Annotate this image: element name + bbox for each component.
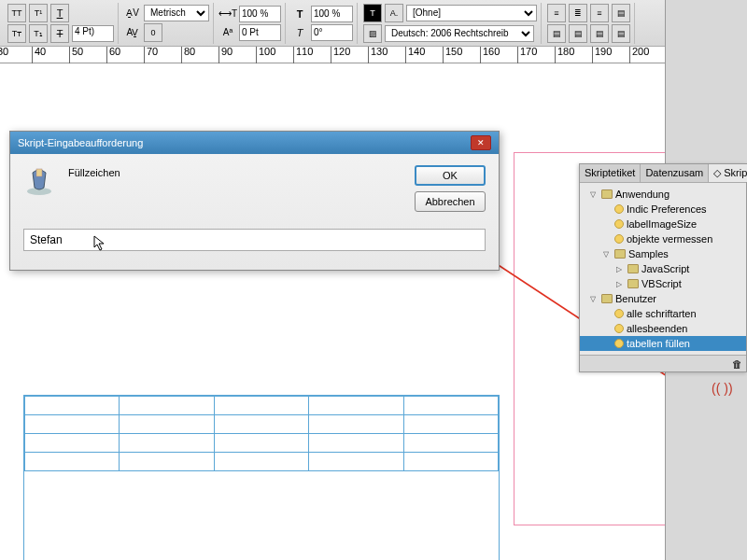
top-toolbar: TT T¹ T Tᴛ T₁ T 4 Pt) A̱V Metrisch AV̱ 0… bbox=[0, 0, 747, 47]
tab-datenzusam[interactable]: Datenzusam bbox=[641, 164, 709, 182]
ruler-tick: 60 bbox=[106, 47, 120, 63]
ruler-tick: 140 bbox=[405, 47, 425, 63]
chevron-icon[interactable]: ▽ bbox=[590, 190, 599, 199]
ruler-tick: 90 bbox=[218, 47, 233, 63]
align-center-icon[interactable]: ≣ bbox=[569, 4, 587, 22]
all-caps-icon[interactable]: TT bbox=[7, 4, 26, 22]
justify-center-icon[interactable]: ▤ bbox=[569, 24, 587, 43]
fill-swatch-icon[interactable]: T bbox=[363, 4, 382, 22]
align-right-icon[interactable]: ≡ bbox=[590, 4, 609, 22]
tree-script[interactable]: objekte vermessen bbox=[580, 231, 746, 246]
svg-rect-3 bbox=[36, 169, 42, 176]
attention-mark-icon: (( )) bbox=[712, 381, 733, 396]
ok-button[interactable]: OK bbox=[415, 165, 486, 186]
panel-footer: 🗑 bbox=[580, 355, 746, 371]
char-style-icon: A. bbox=[385, 4, 403, 22]
justify-right-icon[interactable]: ▤ bbox=[590, 24, 609, 43]
tree-folder[interactable]: ▷VBScript bbox=[580, 276, 746, 291]
chevron-icon[interactable]: ▽ bbox=[590, 295, 599, 303]
leading-field[interactable]: 4 Pt) bbox=[72, 25, 114, 42]
skew-icon: T bbox=[291, 24, 308, 41]
script-icon bbox=[614, 339, 624, 348]
ruler-tick: 190 bbox=[592, 47, 612, 63]
chevron-icon bbox=[603, 220, 612, 229]
baseline-field[interactable] bbox=[239, 24, 281, 41]
tree-folder[interactable]: ▽Benutzer bbox=[580, 291, 746, 306]
no-fill-icon[interactable]: ▨ bbox=[363, 24, 382, 43]
tree-folder[interactable]: ▷JavaScript bbox=[580, 261, 746, 276]
ruler-tick: 130 bbox=[368, 47, 388, 63]
tree-folder[interactable]: ▽Anwendung bbox=[580, 187, 746, 202]
cancel-button[interactable]: Abbrechen bbox=[415, 191, 486, 212]
tree-item-label: objekte vermessen bbox=[627, 233, 712, 245]
chevron-icon bbox=[603, 205, 612, 214]
ruler-tick: 200 bbox=[629, 47, 649, 63]
chevron-icon bbox=[603, 340, 612, 348]
superscript-icon[interactable]: T¹ bbox=[29, 4, 48, 22]
tree-item-label: Anwendung bbox=[615, 189, 669, 200]
tab-skriptetikett[interactable]: Skriptetiket bbox=[580, 164, 641, 182]
folder-icon bbox=[627, 279, 639, 288]
close-icon[interactable]: ✕ bbox=[471, 135, 491, 150]
tab-skripte[interactable]: ◇ Skripte bbox=[709, 164, 747, 182]
vertical-scale-icon: T bbox=[291, 6, 308, 22]
justify-left-icon[interactable]: ▤ bbox=[547, 24, 566, 43]
horizontal-ruler: 3040506070809010011012013014015016017018… bbox=[0, 47, 747, 63]
empty-table[interactable] bbox=[24, 396, 499, 471]
vscale-field[interactable] bbox=[311, 6, 353, 22]
ruler-tick: 80 bbox=[181, 47, 195, 63]
tree-script[interactable]: alle schriftarten bbox=[580, 306, 746, 321]
tracking-icon: AV̱ bbox=[124, 24, 141, 41]
tree-item-label: Indic Preferences bbox=[627, 203, 707, 215]
ruler-tick: 150 bbox=[443, 47, 462, 63]
stepper-icon[interactable]: 0 bbox=[144, 23, 162, 42]
script-icon bbox=[614, 219, 624, 229]
scripts-panel: Skriptetiket Datenzusam ◇ Skripte ▽Anwen… bbox=[579, 163, 747, 372]
tree-folder[interactable]: ▽Samples bbox=[580, 246, 746, 261]
tree-item-label: tabellen füllen bbox=[627, 338, 690, 349]
chevron-icon[interactable]: ▷ bbox=[616, 280, 625, 288]
tree-script[interactable]: labelImageSize bbox=[580, 217, 746, 231]
hscale-field[interactable] bbox=[239, 6, 281, 22]
chevron-icon bbox=[603, 235, 612, 244]
kerning-icon: A̱V bbox=[124, 5, 141, 21]
prompt-input[interactable] bbox=[23, 229, 486, 251]
tree-item-label: alle schriftarten bbox=[627, 308, 697, 319]
chevron-icon[interactable]: ▷ bbox=[616, 265, 625, 273]
script-prompt-dialog: Skript-Eingabeaufforderung ✕ Füllzeichen… bbox=[9, 131, 500, 271]
units-select[interactable]: Metrisch bbox=[144, 5, 209, 21]
script-dialog-icon bbox=[23, 165, 55, 197]
tree-item-label: labelImageSize bbox=[627, 218, 697, 230]
tree-script[interactable]: allesbeenden bbox=[580, 321, 746, 336]
underline-icon[interactable]: T bbox=[50, 4, 69, 22]
horizontal-scale-icon: ⟷T bbox=[219, 6, 236, 22]
ruler-tick: 160 bbox=[480, 47, 500, 63]
small-caps-icon[interactable]: Tᴛ bbox=[7, 24, 26, 43]
skew-field[interactable] bbox=[311, 24, 353, 41]
ruler-tick: 70 bbox=[144, 47, 158, 63]
baseline-shift-icon: Aª bbox=[219, 24, 236, 41]
dialog-title-text: Skript-Eingabeaufforderung bbox=[18, 137, 143, 148]
align-left-icon[interactable]: ≡ bbox=[547, 4, 566, 22]
justify-all-icon[interactable]: ▤ bbox=[612, 24, 630, 43]
char-style-select[interactable]: [Ohne] bbox=[406, 5, 537, 21]
strikethrough-icon[interactable]: T bbox=[50, 24, 69, 43]
table-frame[interactable] bbox=[23, 395, 500, 560]
trash-icon[interactable]: 🗑 bbox=[732, 358, 742, 370]
tree-script[interactable]: Indic Preferences bbox=[580, 202, 746, 217]
scripts-tree: ▽AnwendungIndic PreferenceslabelImageSiz… bbox=[580, 183, 746, 355]
ruler-tick: 100 bbox=[256, 47, 275, 63]
folder-icon bbox=[601, 189, 613, 199]
ruler-tick: 180 bbox=[555, 47, 574, 63]
subscript-icon[interactable]: T₁ bbox=[29, 24, 48, 43]
script-icon bbox=[614, 234, 624, 244]
chevron-icon[interactable]: ▽ bbox=[603, 250, 612, 259]
tree-script[interactable]: tabellen füllen bbox=[580, 336, 746, 351]
folder-icon bbox=[614, 249, 626, 259]
ruler-tick: 30 bbox=[0, 47, 8, 63]
folder-icon bbox=[601, 294, 613, 303]
ruler-tick: 50 bbox=[69, 47, 83, 63]
language-select[interactable]: Deutsch: 2006 Rechtschreib bbox=[385, 25, 534, 42]
script-icon bbox=[614, 309, 624, 318]
justify-icon[interactable]: ▤ bbox=[612, 4, 630, 22]
